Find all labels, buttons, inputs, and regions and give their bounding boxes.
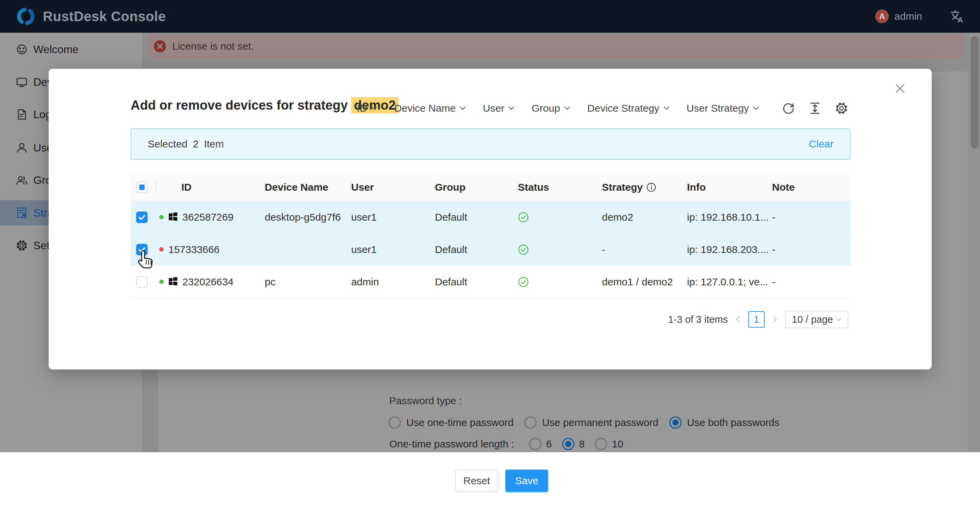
pagination-summary: 1-3 of 3 items: [668, 314, 728, 325]
footer-bar: Reset Save: [0, 452, 980, 506]
check-circle-icon: [518, 276, 529, 287]
clear-selection-link[interactable]: Clear: [809, 138, 833, 150]
app-header: RustDesk Console A admin A: [0, 0, 980, 33]
device-note: -: [772, 276, 775, 288]
chevron-down-icon: [460, 106, 466, 110]
close-icon[interactable]: [892, 81, 907, 96]
device-user: user1: [351, 211, 377, 223]
filter-label: Group: [531, 102, 560, 114]
gear-icon[interactable]: [835, 102, 848, 115]
modal-title-text: Add or remove devices for strategy: [130, 98, 351, 112]
save-button[interactable]: Save: [505, 469, 548, 492]
filter-label: Device Strategy: [587, 102, 659, 114]
windows-logo-icon: [169, 277, 178, 286]
page-size-value: 10 / page: [792, 314, 833, 325]
check-circle-icon: [518, 212, 529, 223]
col-header-strategy: Strategy: [602, 182, 643, 193]
selection-count: 2: [193, 138, 199, 150]
chevron-down-icon: [371, 106, 377, 110]
chevron-down-icon: [663, 106, 670, 110]
table-tools: [782, 102, 848, 115]
filter-label: Device Name: [395, 102, 456, 114]
windows-logo-icon: [169, 212, 178, 222]
svg-text:A: A: [958, 16, 963, 24]
rustdesk-console-screen: RustDesk Console A admin A: [0, 0, 980, 506]
offline-status-dot: [159, 247, 164, 252]
col-header-id: ID: [181, 182, 192, 193]
info-circle-icon[interactable]: [646, 182, 656, 192]
page-size-select[interactable]: 10 / page: [785, 311, 848, 328]
col-header-user: User: [351, 182, 374, 193]
table-row[interactable]: 157333666 user1 Default - ip: 192.168.20…: [130, 234, 850, 266]
selection-prefix: Selected: [148, 138, 188, 150]
device-info: ip: 192.168.10.1...: [687, 211, 769, 223]
column-height-icon[interactable]: [808, 102, 822, 115]
app-title: RustDesk Console: [43, 0, 166, 33]
filter-user[interactable]: User: [483, 102, 514, 114]
filter-id[interactable]: ID: [357, 102, 377, 114]
device-note: -: [772, 211, 775, 223]
selection-bar: Selected 2 Item Clear: [130, 128, 850, 160]
avatar: A: [875, 10, 889, 23]
user-menu[interactable]: A admin: [875, 10, 922, 23]
filter-label: User: [483, 102, 504, 114]
device-id: 362587269: [182, 211, 234, 223]
col-header-group: Group: [435, 182, 466, 193]
filter-bar: ID Device Name User Group Device Strateg…: [357, 100, 848, 117]
selection-summary: Selected 2 Item: [148, 138, 224, 150]
header-select-cell: [130, 174, 156, 201]
device-name: pc: [265, 276, 275, 288]
device-group: Default: [435, 211, 467, 223]
device-strategy: demo1 / demo2: [602, 276, 673, 288]
select-all-checkbox[interactable]: [136, 182, 148, 193]
device-info: ip: 127.0.0.1; ve...: [687, 276, 768, 288]
device-strategy: demo2: [602, 211, 633, 223]
device-info: ip: 192.168.203....: [687, 244, 769, 255]
pagination: 1-3 of 3 items 1 10 / page: [668, 311, 848, 328]
filter-user-strategy[interactable]: User Strategy: [687, 102, 759, 114]
chevron-down-icon: [836, 318, 842, 321]
device-id: 157333666: [169, 244, 220, 255]
filter-group[interactable]: Group: [531, 102, 570, 114]
table-row[interactable]: 232026634 pc admin Default demo1 / demo2…: [130, 266, 850, 298]
translate-icon[interactable]: A: [950, 9, 964, 24]
col-header-status: Status: [518, 182, 549, 193]
col-header-info: Info: [687, 182, 706, 193]
reload-icon[interactable]: [782, 102, 795, 115]
device-group: Default: [435, 244, 467, 255]
reset-button[interactable]: Reset: [455, 469, 498, 492]
devices-table: ID Device Name User Group Status Strateg…: [130, 174, 850, 298]
device-note: -: [772, 244, 775, 255]
row-checkbox[interactable]: [136, 244, 148, 255]
rustdesk-logo-icon: [15, 5, 37, 27]
selection-suffix: Item: [204, 138, 224, 150]
device-name: desktop-g5dg7f6: [265, 211, 341, 223]
table-header-row: ID Device Name User Group Status Strateg…: [130, 174, 850, 201]
filter-label: User Strategy: [687, 102, 749, 114]
chevron-down-icon: [753, 106, 759, 110]
username: admin: [894, 11, 922, 22]
add-remove-devices-modal: Add or remove devices for strategy demo2…: [49, 69, 932, 369]
check-circle-icon: [518, 244, 529, 255]
row-checkbox[interactable]: [136, 276, 148, 288]
device-user: user1: [351, 244, 377, 255]
device-group: Default: [435, 276, 467, 288]
col-header-device-name: Device Name: [265, 182, 328, 193]
online-status-dot: [159, 279, 164, 284]
device-user: admin: [351, 276, 379, 288]
chevron-down-icon: [508, 106, 514, 110]
row-checkbox[interactable]: [136, 211, 148, 223]
table-row[interactable]: 362587269 desktop-g5dg7f6 user1 Default …: [130, 201, 850, 234]
filter-device-name[interactable]: Device Name: [395, 102, 466, 114]
page-number[interactable]: 1: [748, 311, 765, 327]
prev-page-icon[interactable]: [735, 315, 741, 324]
device-strategy: -: [602, 244, 605, 255]
col-header-note: Note: [772, 182, 795, 193]
next-page-icon[interactable]: [772, 315, 778, 324]
header-right: A admin A: [875, 0, 964, 33]
chevron-down-icon: [564, 106, 570, 110]
online-status-dot: [159, 215, 164, 219]
filter-label: ID: [357, 102, 367, 114]
device-id: 232026634: [182, 276, 234, 288]
filter-device-strategy[interactable]: Device Strategy: [587, 102, 670, 114]
